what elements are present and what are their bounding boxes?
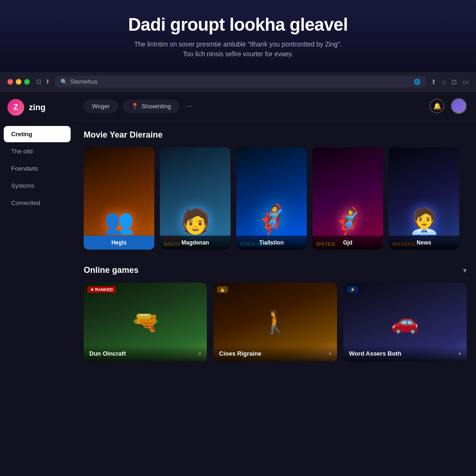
game-1-badge: ★ RANKED bbox=[87, 286, 116, 293]
movie-poster-2: 🧑 MARVEL NIGHY bbox=[160, 147, 231, 250]
poster-4-icon: 🦸‍♀️ bbox=[332, 206, 364, 236]
tab-woger[interactable]: Woger bbox=[84, 99, 118, 113]
movie-poster-5: 🧑‍💼 MASENS bbox=[389, 147, 459, 250]
game-1-name: Dun Oincraft bbox=[89, 350, 126, 357]
movie-badge-1: Hegls bbox=[84, 236, 154, 250]
game-2-chevron[interactable]: ▾ bbox=[329, 350, 331, 357]
movie-badge-3: Tiallstion bbox=[236, 236, 307, 250]
sidebar-item-theolid[interactable]: The olid bbox=[4, 143, 71, 159]
game-2-name: Cioes Rigraine bbox=[219, 350, 261, 357]
tab-icon[interactable]: ⊡ bbox=[451, 78, 457, 86]
search-icon: 🔍 bbox=[60, 79, 67, 85]
movie-badge-2: Magdenan bbox=[160, 236, 231, 250]
movie-card-2[interactable]: 🧑 MARVEL NIGHY Magdenan bbox=[160, 147, 231, 250]
game-1-label: Dun Oincraft ▾ bbox=[84, 345, 207, 362]
page-icon: ⊡ bbox=[36, 78, 41, 85]
game-card-2[interactable]: 🚶 🔥 Cioes Rigraine ▾ bbox=[213, 283, 337, 362]
header-right: 🔔 bbox=[430, 98, 467, 114]
movie-card-1[interactable]: 👥 MARVEL MARI DONG Hegls bbox=[84, 147, 154, 250]
sidebar-item-systoms[interactable]: Systoms bbox=[4, 178, 71, 194]
poster-5-icon: 🧑‍💼 bbox=[409, 206, 440, 236]
browser-right-icons: ⬆ ⌂ ⊡ ▭ bbox=[431, 78, 469, 86]
url-bar[interactable]: 🔍 Stemehus 🌐 bbox=[55, 76, 426, 87]
brand: Z zing bbox=[0, 99, 74, 125]
sidebar: Z zing Creting The olid Foendarls Systom… bbox=[0, 92, 74, 476]
bell-icon-symbol: 🔔 bbox=[433, 102, 441, 110]
tab-showinting[interactable]: 📍 Showinting bbox=[123, 99, 179, 113]
app-layout: Z zing Creting The olid Foendarls Systom… bbox=[0, 92, 476, 476]
games-row: 🔫 ★ RANKED Dun Oincraft ▾ 🚶 🔥 C bbox=[84, 283, 467, 362]
poster-1-icon: 👥 bbox=[104, 207, 134, 236]
hero-title: Dadi groupt lookha gleavel bbox=[9, 15, 467, 35]
hero-subtitle-line1: The linIntim on sover presmtie amluble "… bbox=[134, 40, 342, 48]
tab-showinting-label: Showinting bbox=[141, 103, 171, 110]
app-header: Woger 📍 Showinting ··· 🔔 bbox=[74, 92, 476, 121]
poster-3-icon: 🦸 bbox=[254, 203, 289, 236]
url-text: Stemehus bbox=[70, 78, 98, 85]
movie-badge-5: News bbox=[389, 236, 459, 250]
game-1-chevron[interactable]: ▾ bbox=[198, 350, 201, 357]
share-icon: ⬆ bbox=[45, 78, 50, 85]
brand-name: zing bbox=[29, 103, 46, 112]
game-3-badge: ⚡ bbox=[347, 286, 358, 293]
sidebar-item-creting[interactable]: Creting bbox=[4, 126, 71, 142]
movie-poster-3: 🦸 PUGA DBUN bbox=[236, 147, 307, 250]
movie-badge-4: Gjd bbox=[312, 236, 383, 250]
game-2-label: Cioes Rigraine ▾ bbox=[213, 345, 337, 362]
hero-subtitle: The linIntim on sover presmtie amluble "… bbox=[9, 40, 467, 59]
user-avatar[interactable] bbox=[451, 98, 467, 114]
browser-bar: ⊡ ⬆ 🔍 Stemehus 🌐 ⬆ ⌂ ⊡ ▭ bbox=[0, 72, 476, 92]
games-section: Online games ▾ 🔫 ★ RANKED Dun Oincraft ▾ bbox=[74, 254, 476, 373]
main-content: Woger 📍 Showinting ··· 🔔 Movie Year Dier… bbox=[74, 92, 476, 476]
more-tabs-dots[interactable]: ··· bbox=[184, 101, 195, 111]
movies-section: Movie Year Dieraine 👥 MARVEL MARI DONG bbox=[74, 121, 476, 254]
game-2-scene: 🚶 bbox=[261, 309, 289, 335]
tab-woger-label: Woger bbox=[92, 103, 110, 110]
movie-poster-4: 🦸‍♀️ WATER bbox=[312, 147, 383, 250]
notification-bell[interactable]: 🔔 bbox=[430, 99, 444, 113]
game-card-1[interactable]: 🔫 ★ RANKED Dun Oincraft ▾ bbox=[84, 283, 207, 362]
movie-poster-1: 👥 MARVEL MARI DONG bbox=[84, 147, 154, 250]
game-2-badge: 🔥 bbox=[217, 286, 228, 293]
traffic-lights bbox=[7, 79, 30, 85]
game-3-label: Word Assers Both ▾ bbox=[344, 345, 467, 362]
sidebar-item-foendarls[interactable]: Foendarls bbox=[4, 160, 71, 177]
home-icon[interactable]: ⌂ bbox=[442, 78, 446, 86]
collapse-button[interactable]: ▾ bbox=[463, 266, 467, 275]
location-icon: 📍 bbox=[131, 103, 139, 110]
brand-logo: Z bbox=[7, 99, 24, 116]
game-1-scene: 🔫 bbox=[132, 309, 159, 335]
games-title: Online games bbox=[84, 265, 139, 275]
movies-section-title: Movie Year Dieraine bbox=[84, 130, 467, 140]
hero-banner: Dadi groupt lookha gleavel The linIntim … bbox=[0, 0, 476, 72]
game-3-chevron[interactable]: ▾ bbox=[458, 350, 461, 357]
movie-card-3[interactable]: 🦸 PUGA DBUN Tiallstion bbox=[236, 147, 307, 250]
browser-nav-icons: ⊡ ⬆ bbox=[36, 78, 50, 85]
games-header: Online games ▾ bbox=[84, 265, 467, 275]
minimize-button[interactable] bbox=[16, 79, 21, 85]
game-3-scene: 🚗 bbox=[391, 309, 419, 335]
poster-2-icon: 🧑 bbox=[180, 207, 211, 236]
game-card-3[interactable]: 🚗 ⚡ Word Assers Both ▾ bbox=[344, 283, 467, 362]
share-icon-right[interactable]: ⬆ bbox=[431, 78, 436, 86]
maximize-button[interactable] bbox=[24, 79, 30, 85]
movies-row: 👥 MARVEL MARI DONG Hegls bbox=[84, 147, 467, 254]
movie-card-5[interactable]: 🧑‍💼 MASENS News bbox=[389, 147, 459, 250]
hero-subtitle-line2: Too lich ninsis sefire vourter for evaey… bbox=[183, 50, 293, 58]
sidebar-nav: Creting The olid Foendarls Systoms Comec… bbox=[0, 126, 74, 211]
window-icon[interactable]: ▭ bbox=[463, 78, 469, 86]
movie-card-4[interactable]: 🦸‍♀️ WATER Gjd bbox=[312, 147, 383, 250]
sidebar-item-comecited[interactable]: Comecited bbox=[4, 195, 71, 211]
close-button[interactable] bbox=[7, 79, 13, 85]
game-3-name: Word Assers Both bbox=[349, 350, 402, 357]
globe-icon: 🌐 bbox=[414, 79, 421, 85]
